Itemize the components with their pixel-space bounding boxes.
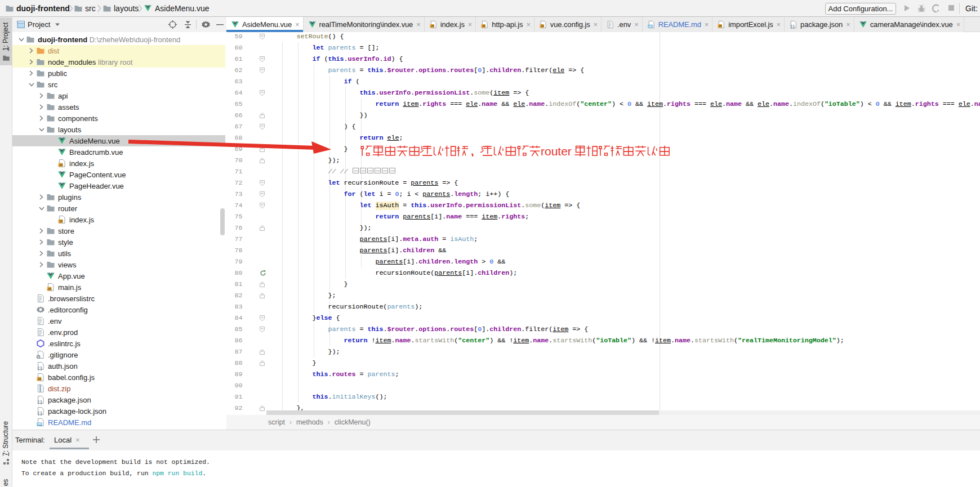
svg-text:JS: JS — [540, 24, 544, 28]
svg-text:{·}: {·} — [38, 365, 42, 370]
svg-text:router: router — [541, 145, 572, 158]
svg-text:MD: MD — [648, 25, 653, 28]
svg-text:JS: JS — [38, 377, 42, 381]
svg-text:MD: MD — [37, 422, 42, 426]
svg-text:JS: JS — [48, 287, 52, 291]
svg-text:{·}: {·} — [38, 410, 42, 415]
svg-text:JS: JS — [430, 24, 434, 28]
svg-text:JS: JS — [59, 220, 63, 223]
svg-text:{·}: {·} — [38, 399, 42, 404]
svg-text:{·}: {·} — [790, 24, 795, 29]
svg-text:JS: JS — [59, 163, 63, 167]
svg-text:JS: JS — [719, 24, 723, 28]
svg-text:JS: JS — [482, 24, 486, 28]
